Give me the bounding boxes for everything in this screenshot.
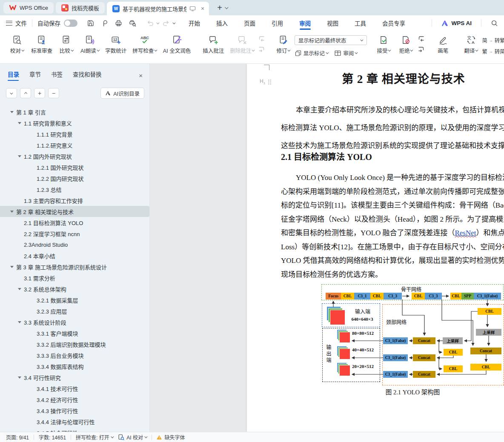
translate-button[interactable]: 文A 翻译 [460, 32, 482, 56]
chapter-title[interactable]: 第 2 章 相关理论与技术 [281, 70, 504, 86]
tab-wps-office[interactable]: WPS Office [3, 2, 54, 14]
ai-read-aloud-button[interactable]: AI朗读 [77, 32, 102, 56]
tab-document[interactable]: W 基于机器视觉的施工场景危险 × [107, 2, 209, 15]
toc-item[interactable]: 3.4.4 法律与伦理可行性 [0, 416, 149, 427]
print-preview-button[interactable] [129, 19, 137, 27]
toc-expand-arrow-icon[interactable] [18, 288, 21, 290]
toc-item[interactable]: 3.1 需求分析 [0, 272, 149, 283]
tab-list-chevron-icon[interactable] [225, 6, 228, 9]
sidebar-tab-bookmarks[interactable]: 书签 [51, 70, 63, 81]
compare-button[interactable]: 比较 [55, 32, 77, 56]
proofread-button[interactable]: 校对 [6, 32, 28, 56]
wps-ai-button[interactable]: WPS AI [441, 20, 472, 26]
toc-item[interactable]: 1.1.1 研究背景 [0, 128, 149, 140]
hamburger-menu-icon[interactable] [6, 21, 12, 26]
toc-item[interactable]: 1.2.3 总结 [0, 184, 149, 195]
document-area[interactable]: H1 第 2 章 相关理论与技术 本章主要介绍本研究所涉及的核心理论与关键技术，… [150, 64, 504, 432]
toc-item[interactable]: 3.2 系统总体架构 [0, 283, 149, 294]
print-button[interactable] [115, 19, 123, 27]
toc-item[interactable]: 第 3 章 施工场景危险源识别系统设计 [0, 261, 149, 272]
ink-brush-button[interactable]: 画笔 [432, 32, 454, 56]
toc-next-button[interactable] [6, 88, 17, 98]
word-count-indicator[interactable]: 字数: 14651 [39, 433, 66, 441]
export-pdf-button[interactable] [100, 19, 109, 27]
yolo-architecture-figure[interactable]: 骨干网络 颈部网络 输入端 640×640×3 输出端 80×80×512 40… [321, 284, 504, 386]
next-change-button[interactable] [418, 46, 425, 53]
standard-review-button[interactable]: 标准审查 [28, 32, 55, 56]
toc-item[interactable]: 3.4 可行性研究 [0, 372, 149, 383]
save-button[interactable] [86, 19, 94, 27]
tab-reference[interactable]: 引用 [271, 15, 284, 31]
toc-item[interactable]: 3.3 系统设计阶段 [0, 317, 149, 328]
toc-item[interactable]: 1.2.1 国外研究现状 [0, 162, 149, 173]
new-tab-button[interactable]: + [217, 3, 222, 12]
sidebar-tab-chapters[interactable]: 章节 [29, 70, 41, 81]
tab-view[interactable]: 视图 [326, 15, 339, 31]
toc-item[interactable]: 3.4.1 技术可行性 [0, 383, 149, 394]
ai-recognize-toc-button[interactable]: AI识别目录 [100, 88, 144, 99]
tab-page[interactable]: 页面 [243, 15, 256, 31]
toc-previous-button[interactable] [20, 88, 31, 98]
reject-change-button[interactable]: 拒绝 [395, 32, 417, 56]
file-menu[interactable]: 文件 [15, 19, 27, 27]
toc-item[interactable]: 2.4 本章小结 [0, 250, 149, 261]
spell-check-status[interactable]: 拼写检查: 打开 [76, 433, 113, 441]
markup-state-dropdown[interactable]: 显示标记的最终状态 [295, 35, 367, 45]
previous-change-button[interactable] [418, 36, 425, 42]
redo-chevron-icon[interactable] [172, 21, 175, 24]
toc-expand-all-button[interactable]: + [34, 88, 45, 98]
toc-item[interactable]: 1.3 主要内容和工作安排 [0, 195, 149, 206]
tab-insert[interactable]: 插入 [215, 15, 229, 31]
toc-item[interactable]: 3.3.3 后台业务模块 [0, 350, 149, 361]
cast-screen-icon[interactable] [189, 6, 196, 11]
close-sidebar-icon[interactable]: × [139, 72, 143, 79]
sidebar-tab-contents[interactable]: 目录 [8, 70, 19, 81]
word-count-button[interactable]: 12 字数统计 [102, 32, 129, 56]
toc-expand-arrow-icon[interactable] [10, 111, 14, 113]
resnet-link[interactable]: ResNet [455, 229, 476, 237]
tab-tools[interactable]: 工具 [354, 15, 367, 31]
toc-expand-arrow-icon[interactable] [10, 266, 14, 268]
paragraph-2[interactable]: YOLO (You Only Look Once) 是一种先进的基于深度学习的目… [281, 171, 504, 282]
toc-item[interactable]: 3.3.4 数据库表结构 [0, 361, 149, 372]
toc-item[interactable]: 3.3.1 客户端模块 [0, 328, 149, 339]
toc-item[interactable]: 3.4.3 操作可行性 [0, 405, 149, 416]
toc-item[interactable]: 第 2 章 相关理论与技术 [0, 206, 149, 217]
toc-item[interactable]: 3.3.2 后端识别数据处理模块 [0, 339, 149, 350]
autosave-toggle[interactable] [64, 20, 77, 27]
insert-comment-button[interactable]: 插入批注 [200, 32, 227, 56]
tab-home[interactable]: 开始 [188, 15, 201, 31]
toc-expand-arrow-icon[interactable] [18, 122, 21, 124]
toc-item[interactable]: 1.2 国内外研究现状 [0, 151, 149, 162]
tab-docer-template[interactable]: 找稻壳模板 [56, 2, 105, 14]
toc-item[interactable]: 1.2.2 国内研究现状 [0, 173, 149, 184]
toc-expand-arrow-icon[interactable] [18, 155, 21, 157]
toc-item[interactable]: 3.4.5 社会可行性 [0, 427, 149, 432]
search-icon[interactable] [491, 20, 498, 27]
missing-font-warning[interactable]: 缺失字体 [157, 433, 185, 441]
ai-proofread-status[interactable]: AI 校对 [118, 433, 147, 441]
toc-item[interactable]: 2.2 深度学习框架 ncnn [0, 228, 149, 239]
accept-change-button[interactable]: 接受 [373, 32, 395, 56]
track-changes-button[interactable]: 修订 [272, 32, 295, 56]
ai-polish-button[interactable]: AI 全文润色 [160, 32, 194, 56]
toc-item[interactable]: 第 1 章 引言 [0, 106, 149, 117]
review-pane-button[interactable]: 审阅 [334, 49, 358, 57]
toc-collapse-all-button[interactable]: − [48, 88, 59, 98]
show-markup-button[interactable]: 显示标记 [295, 49, 329, 57]
tab-membership[interactable]: 会员专享 [381, 15, 406, 31]
toc-expand-arrow-icon[interactable] [18, 321, 21, 323]
toc-expand-arrow-icon[interactable] [18, 376, 21, 379]
toc-item[interactable]: 2.1 目标检测算法 YOLO [0, 217, 149, 228]
section-heading[interactable]: 2.1 目标检测算法 YOLO [281, 150, 372, 163]
document-page[interactable]: H1 第 2 章 相关理论与技术 本章主要介绍本研究所涉及的核心理论与关键技术，… [247, 64, 504, 432]
paragraph-1[interactable]: 本章主要介绍本研究所涉及的核心理论与关键技术，包括计算机视觉 标检测算法 YOL… [281, 101, 504, 155]
tab-review[interactable]: 审阅 [298, 15, 312, 31]
to-simplified-button[interactable]: 繁→ 转简 [482, 47, 504, 55]
to-traditional-button[interactable]: 简→ 转繁 [482, 36, 504, 44]
toc-expand-arrow-icon[interactable] [10, 211, 14, 213]
heading-handle[interactable]: H1 [260, 78, 272, 85]
toc-item[interactable]: 2.3Android Studio [0, 239, 149, 250]
toc-item[interactable]: 3.2.1 数据采集层 [0, 294, 149, 305]
toc-item[interactable]: 1.1 研究背景和意义 [0, 117, 149, 128]
